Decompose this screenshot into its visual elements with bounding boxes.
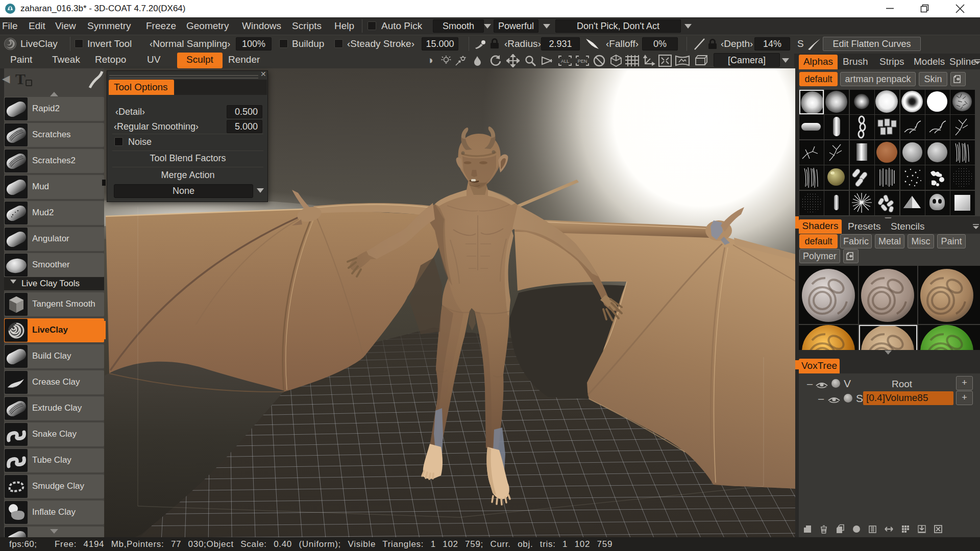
svg-text:PEN: PEN xyxy=(578,59,587,64)
svg-text:ALL: ALL xyxy=(561,59,569,64)
